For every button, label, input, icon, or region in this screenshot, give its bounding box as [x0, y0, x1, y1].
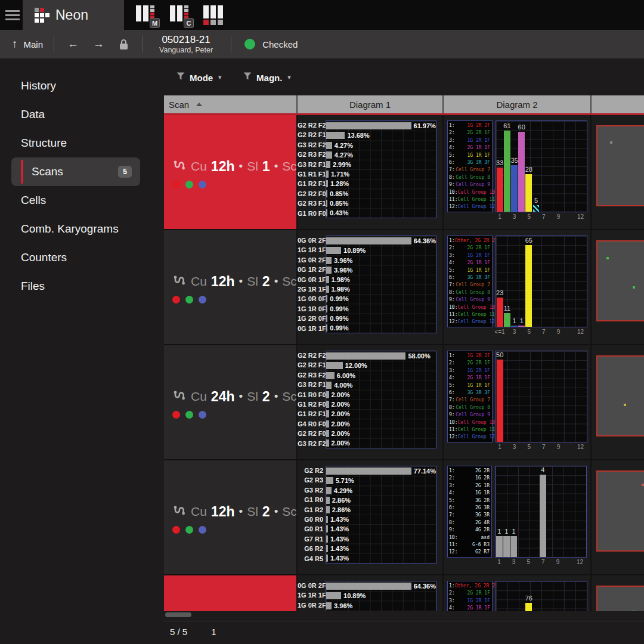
page-number[interactable]: 1	[211, 627, 216, 637]
sidebar-item-structure[interactable]: Structure	[0, 129, 152, 157]
legend-entry-number: 7:	[449, 397, 455, 404]
legend-entry-label: 1G 1R 1F	[455, 152, 490, 159]
diagram1-chart: G2 R2 F2G2 R2 F1G3 R2 F2G2 R3 F2G3 R2 F1…	[298, 115, 442, 218]
diagram1-bar	[326, 602, 332, 609]
legend-entry-label: 2G 2R 1F	[455, 129, 490, 137]
sidebar-item-files[interactable]: Files	[0, 272, 152, 301]
legend-entry: 1:1G 2R 2F	[449, 352, 490, 360]
culture-hours: 24h	[211, 389, 235, 405]
legend-entry: 6:3G 3R 3F	[449, 274, 490, 281]
legend-entry-label: 1G 2R 1F	[455, 137, 490, 144]
column-header-diagram-1[interactable]: Diagram 1	[296, 95, 442, 113]
horizontal-scrollbar-thumb[interactable]	[165, 612, 191, 617]
scan-cell[interactable]	[164, 575, 296, 611]
column-header-search-w[interactable]: Search W	[590, 95, 644, 113]
diagram1-bar	[326, 305, 327, 312]
filter-label: Magn.	[256, 73, 282, 83]
diagram1-chart: G2 R2G2 R3G3 R2G1 R0G1 R2G0 R0G0 R1G7 R1…	[298, 460, 442, 564]
diagram1-category-label: G2 R3 F2	[298, 150, 326, 159]
legend-entry-number: 2:	[449, 244, 455, 252]
sidebar-item-counters[interactable]: Counters	[0, 243, 152, 272]
diagram1-bar-row: 58.00%	[326, 351, 436, 361]
sidebar-item-comb-karyograms[interactable]: Comb. Karyograms	[0, 215, 152, 243]
search-window-thumbnail[interactable]	[596, 355, 644, 436]
legend-entry-label: Cell Group 7	[455, 166, 490, 174]
search-window-thumbnail[interactable]	[596, 240, 644, 321]
search-window-thumbnail[interactable]	[596, 125, 644, 206]
filter-button-magn[interactable]: Magn.▼	[243, 72, 292, 83]
status-indicator[interactable]: Checked	[244, 39, 298, 49]
scan-cell[interactable]: Cu24h•Sl2•Sc-	[164, 345, 296, 459]
diagram1-plot-area: 61.97%13.68%4.27%4.27%2.99%1.71%1.28%0.8…	[326, 120, 436, 218]
sidebar-item-cells[interactable]: Cells	[0, 186, 152, 215]
legend-entry-number: 2:	[449, 129, 455, 137]
sidebar-item-scans[interactable]: Scans5	[11, 157, 140, 186]
diagram2-bar-value: 5	[534, 197, 538, 204]
legend-entry-number: 3:	[449, 597, 455, 605]
legend-entry-label: Cell Group 12	[457, 434, 495, 441]
table-row: Cu12h•Sl2•ScA0G 0R 2F1G 1R 1F1G 0R 2F0G …	[164, 230, 644, 345]
scan-label-line: Cu12h•Sl2•ScC	[172, 503, 311, 520]
diagram1-bar	[326, 391, 329, 398]
diagram2-plot-column: 336135602851357912	[496, 120, 587, 222]
column-header-label: Scan	[169, 100, 189, 110]
search-window-thumbnail[interactable]	[596, 470, 644, 552]
diagram1-bar-row: 3.96%	[326, 265, 436, 275]
column-header-scan[interactable]: Scan	[164, 95, 296, 113]
karyogram-m-icon[interactable]: M	[136, 5, 159, 26]
diagram1-bar-row: 77.14%	[326, 466, 436, 476]
diagram1-value-label: 0.99%	[330, 324, 348, 332]
legend-entry-number: 1:	[449, 122, 455, 129]
legend-entry: 4:2G 1R 1F	[449, 605, 490, 611]
sidebar-item-label: Files	[21, 280, 45, 293]
diagram1-bar-row: 1.43%	[326, 534, 436, 543]
diagram2-bar-value: 61	[503, 122, 510, 129]
legend-entry-label: 2G 2R	[455, 467, 490, 475]
forward-arrow-icon[interactable]: →	[93, 38, 104, 51]
diagram1-bar-row: 1.43%	[326, 553, 436, 563]
up-arrow-icon: ↑	[12, 38, 18, 51]
karyogram-c-icon[interactable]: C	[170, 5, 193, 26]
scan-cell[interactable]: Cu12h•Sl2•ScA	[164, 230, 296, 344]
legend-entry-label: 2G 3R	[455, 504, 490, 512]
legend-entry: 6:2G 3R	[449, 504, 490, 512]
slide-label: Sl	[247, 159, 258, 174]
top-app-bar: Neon M C	[0, 0, 644, 30]
nav-main-button[interactable]: ↑ Main	[12, 38, 43, 51]
scan-cell[interactable]: Cu12h•Sl2•ScC	[164, 460, 296, 574]
chevron-down-icon: ▼	[286, 75, 292, 80]
sidebar-item-data[interactable]: Data	[0, 100, 152, 129]
karyogram-plain-icon[interactable]	[203, 5, 226, 26]
diagram1-bar	[326, 467, 411, 475]
search-window-thumbnail[interactable]	[596, 586, 644, 611]
diagram1-bar-row: 4.27%	[326, 150, 436, 160]
channel-dots	[172, 181, 305, 188]
divider	[231, 36, 231, 52]
legend-entry-number: 11:	[449, 311, 457, 318]
diagram2-x-tick: 3	[512, 559, 516, 565]
diagram1-value-label: 12.00%	[345, 362, 367, 369]
legend-entry: 2:2G 2R 1F	[449, 244, 490, 252]
legend-entry: 3:1G 2R 1F	[449, 597, 490, 605]
lock-icon[interactable]	[119, 39, 129, 50]
legend-entry: 9:4G 2R	[449, 527, 490, 534]
diagram2-bar-value: 33	[496, 159, 503, 166]
green-channel-dot	[185, 411, 193, 419]
back-arrow-icon[interactable]: ←	[67, 38, 79, 51]
diagram1-value-label: 0.85%	[330, 190, 348, 197]
legend-entry-number: 12:	[449, 318, 457, 326]
diagram1-value-label: 2.00%	[332, 391, 350, 398]
column-header-diagram-2[interactable]: Diagram 2	[442, 95, 590, 113]
sidebar-item-badge: 5	[118, 166, 132, 178]
sidebar-item-label: History	[21, 79, 56, 92]
legend-entry: 12:G2 R7	[449, 549, 490, 556]
legend-entry-label: 3G 3R 3F	[455, 389, 490, 397]
filter-button-mode[interactable]: Mode▼	[176, 72, 222, 83]
diagram1-bar	[326, 190, 327, 197]
legend-entry: 6:3G 3R 3F	[449, 389, 490, 397]
hamburger-menu-icon[interactable]	[5, 10, 20, 20]
sidebar-item-history[interactable]: History	[0, 72, 152, 100]
scan-cell[interactable]: Cu12h•Sl1•Sc-	[164, 115, 296, 229]
tab-neon[interactable]: Neon	[23, 0, 124, 30]
chromosome-icon	[172, 503, 187, 520]
